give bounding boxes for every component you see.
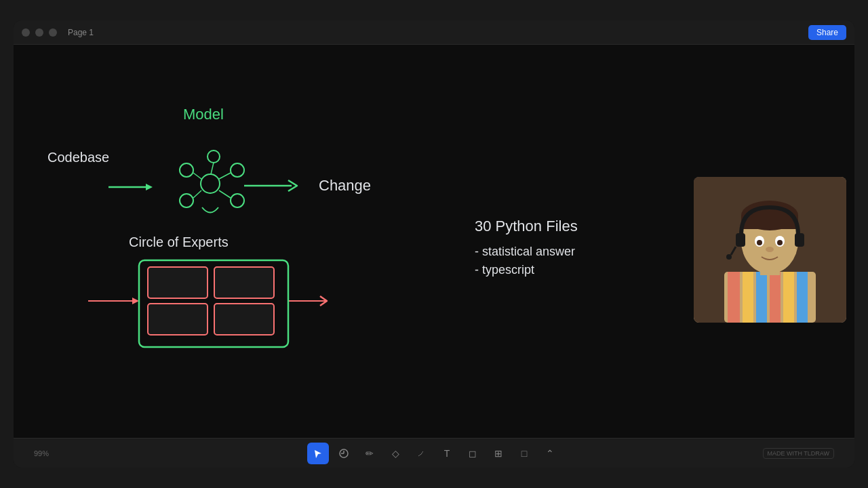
svg-line-8 [193,173,201,179]
right-panel: 30 Python Files - statistical answer - t… [475,218,578,281]
svg-rect-17 [139,260,288,347]
experts-label: Circle of Experts [129,235,229,250]
svg-point-41 [726,254,732,260]
svg-line-9 [219,173,231,179]
frame-tool-button[interactable]: ⊞ [488,443,509,464]
canvas-area: Model Codebase Change Circle of Experts … [14,45,854,438]
svg-rect-28 [783,272,794,323]
change-label: Change [319,177,371,195]
window-frame: Page 1 Share [14,20,854,468]
more-tools-button[interactable]: ⌃ [539,443,561,464]
svg-rect-27 [770,272,781,323]
svg-line-11 [219,190,231,198]
speech-tool-button[interactable]: ◻ [462,443,484,464]
svg-rect-38 [736,233,745,247]
webcam-overlay [694,177,846,323]
svg-rect-21 [214,304,274,335]
svg-marker-1 [146,184,153,190]
title-bar: Page 1 Share [14,20,854,45]
svg-rect-20 [148,304,208,335]
svg-line-12 [211,163,214,174]
line-tool-button[interactable]: ⟋ [410,443,432,464]
svg-rect-19 [214,267,274,298]
svg-rect-18 [148,267,208,298]
codebase-label: Codebase [47,150,109,165]
svg-point-7 [208,150,220,163]
page-title: Page 1 [68,28,94,37]
svg-point-6 [231,194,244,207]
window-dot-green [49,28,57,37]
svg-point-2 [201,174,220,193]
share-button[interactable]: Share [808,25,846,40]
rect-tool-button[interactable]: □ [513,443,535,464]
python-files-label: 30 Python Files [475,218,578,235]
person-silhouette [694,177,846,323]
svg-point-42 [766,247,774,252]
bullet-statistical: - statistical answer [475,245,578,259]
svg-rect-24 [728,272,740,323]
webcam-person [694,177,846,323]
svg-point-37 [777,240,783,245]
select-tool-button[interactable] [307,443,329,464]
pencil-tool-button[interactable]: ✏ [359,443,380,464]
window-dot-yellow [35,28,43,37]
svg-point-5 [180,194,193,207]
svg-rect-26 [756,272,767,323]
svg-point-4 [231,163,244,177]
text-tool-button[interactable]: T [436,443,458,464]
svg-marker-15 [132,298,139,304]
svg-rect-39 [795,233,804,247]
hand-tool-button[interactable] [333,443,355,464]
eraser-tool-button[interactable]: ◇ [384,443,406,464]
svg-rect-25 [743,272,753,323]
window-dot-red [22,28,30,37]
model-label: Model [183,106,224,123]
toolbar: 99% ✏ ◇ ⟋ T ◻ ⊞ □ ⌃ MADE WITH TLDRAW [14,438,854,468]
svg-rect-29 [797,272,808,323]
svg-rect-33 [741,216,798,229]
zoom-level: 99% [34,449,49,458]
svg-point-3 [180,163,193,177]
bullet-typescript: - typescript [475,263,578,277]
made-with-tldraw: MADE WITH TLDRAW [763,448,835,459]
svg-point-36 [757,240,762,245]
svg-line-10 [193,190,201,198]
